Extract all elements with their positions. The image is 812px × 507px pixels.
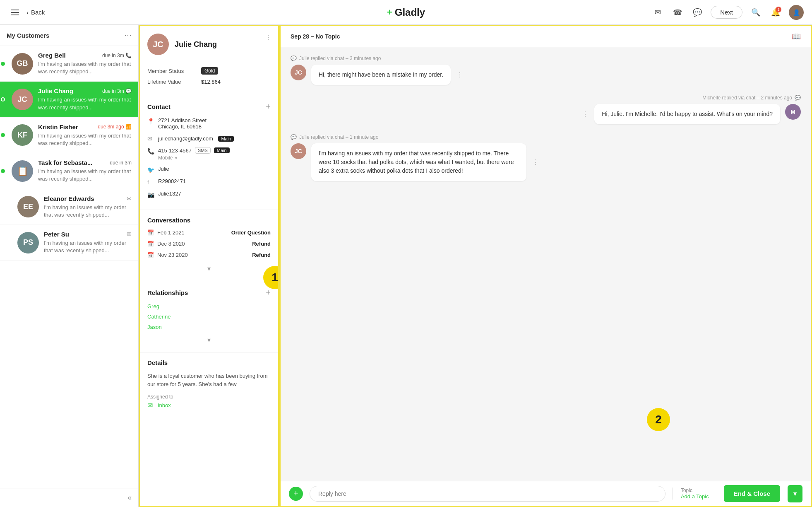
relationship-jason[interactable]: Jason (147, 324, 271, 330)
customer-item-greg-bell[interactable]: GB Greg Bell due in 3m 📞 I'm having an i… (0, 46, 138, 82)
expand-relationships-button[interactable]: ▾ (147, 334, 271, 345)
conversation-item-1[interactable]: 📅 Feb 1 2021 Order Question (147, 229, 271, 236)
relationships-add-icon[interactable]: + (266, 288, 271, 297)
customer-item-julie-chang[interactable]: JC Julie Chang due in 3m 💬 I'm having an… (0, 82, 138, 117)
assigned-label: Assigned to (147, 394, 271, 400)
phone-value[interactable]: 415-123-4567 (158, 147, 192, 154)
calendar-icon: 📅 (147, 241, 154, 247)
customer-item-task-sebasta[interactable]: 📋 Task for Sebasta... due in 3m I'm havi… (0, 153, 138, 189)
customer-item-kristin-fisher[interactable]: KF Kristin Fisher due 3m ago 📶 I'm havin… (0, 118, 138, 153)
contact-section: Contact + 📍 2721 Addison Street Chicago,… (140, 95, 278, 210)
end-close-chevron-button[interactable]: ▾ (788, 485, 802, 502)
message-bubble-2: ⋮ Hi, Julie. I'm Michelle. I'd be happy … (594, 104, 780, 124)
sidebar-title: My Customers (7, 32, 49, 39)
reply-bar: + Topic Add a Topic End & Close ▾ (281, 481, 811, 506)
mail-icon[interactable]: ✉ (651, 6, 664, 19)
header-left: ‹ Back (8, 7, 45, 18)
relationship-catherine[interactable]: Catherine (147, 314, 271, 320)
conversation-item-3[interactable]: 📅 Nov 23 2020 Refund (147, 252, 271, 258)
add-topic-button[interactable]: Add a Topic (681, 493, 709, 500)
contact-phone: 📞 415-123-4567 SMS Main Mobile ▾ (147, 147, 271, 161)
expand-conversations-button[interactable]: ▾ (147, 263, 271, 274)
contact-add-icon[interactable]: + (266, 102, 271, 111)
chevron-left-icon: ‹ (26, 9, 29, 16)
message-avatar-julie-2: JC (291, 143, 306, 159)
bubble-menu-2[interactable]: ⋮ (582, 109, 589, 119)
details-section-title: Details (147, 359, 168, 366)
end-close-button[interactable]: End & Close (724, 485, 780, 502)
address-line2: Chicago, IL 60618 (158, 123, 207, 130)
customer-name-row: Julie Chang due in 3m 💬 (38, 87, 132, 94)
bubble-menu-3[interactable]: ⋮ (532, 157, 539, 167)
conversation-panel: Sep 28 – No Topic 📖 💬 Julie replied via … (279, 25, 812, 507)
back-button[interactable]: ‹ Back (26, 9, 45, 16)
message-text-3: I'm having an issues with my order that … (319, 150, 514, 174)
online-dot (1, 97, 5, 101)
customer-name: Eleanor Edwards (44, 195, 94, 202)
message-meta-text-1: Julie replied via chat – 3 minutes ago (299, 56, 381, 61)
chat-meta-icon-3: 💬 (291, 134, 297, 140)
customer-item-peter-su[interactable]: PS Peter Su ✉ I'm having an issues with … (0, 225, 138, 261)
message-text-1: Hi, there might have been a mistake in m… (319, 71, 443, 78)
header-right: ✉ ☎ 💬 Next 🔍 🔔 1 👤 (651, 5, 804, 20)
customer-preview: I'm having an issues with my order that … (38, 132, 132, 147)
chat-meta-icon: 💬 (291, 56, 297, 61)
chevron-down-icon: ▾ (175, 156, 177, 160)
conversations-section: Conversations 📅 Feb 1 2021 Order Questio… (140, 210, 278, 281)
phone-icon-small: 📞 (125, 53, 132, 58)
contact-address: 📍 2721 Addison Street Chicago, IL 60618 (147, 117, 271, 130)
notifications-icon[interactable]: 🔔 1 (769, 6, 782, 19)
customer-name: Greg Bell (38, 52, 66, 59)
instagram-value[interactable]: Julie1327 (158, 191, 181, 197)
customer-preview: I'm having an issues with my order that … (44, 204, 132, 219)
mobile-row: Mobile ▾ (158, 155, 230, 161)
contact-twitter: 🐦 Julie (147, 166, 271, 173)
customer-avatar: 📋 (12, 160, 33, 182)
collapse-sidebar-button[interactable]: « (127, 493, 132, 502)
sidebar-menu-icon[interactable]: ⋯ (124, 31, 132, 40)
topic-label: Topic (681, 488, 709, 493)
reply-input[interactable] (310, 486, 665, 502)
customer-list: GB Greg Bell due in 3m 📞 I'm having an i… (0, 46, 138, 488)
add-attachment-button[interactable]: + (289, 487, 303, 501)
customer-avatar: JC (12, 89, 33, 110)
customer-info: Peter Su ✉ I'm having an issues with my … (44, 231, 132, 254)
mobile-label: Mobile (158, 155, 173, 161)
bubble-menu-1[interactable]: ⋮ (456, 70, 463, 80)
conversation-item-2[interactable]: 📅 Dec 8 2020 Refund (147, 241, 271, 247)
message-bubble-row-2: M ⋮ Hi, Julie. I'm Michelle. I'd be happ… (291, 104, 801, 124)
customer-item-eleanor-edwards[interactable]: EE Eleanor Edwards ✉ I'm having an issue… (0, 189, 138, 225)
phone-icon[interactable]: ☎ (671, 6, 684, 19)
book-icon[interactable]: 📖 (792, 32, 801, 41)
chat-icon-small: 💬 (125, 88, 132, 94)
address-line1: 2721 Addison Street (158, 117, 207, 123)
message-meta-2: Michelle replied via chat – 2 minutes ag… (291, 95, 801, 101)
message-group-2: Michelle replied via chat – 2 minutes ag… (291, 95, 801, 124)
lifetime-value-row: Lifetime Value $12,864 (147, 79, 271, 85)
profile-menu-icon[interactable]: ⋮ (265, 34, 271, 41)
customer-name: Julie Chang (38, 87, 73, 94)
inbox-icon: ✉ (147, 401, 153, 409)
instagram-icon: 📷 (147, 191, 154, 198)
email-value[interactable]: juliechang@gladly.com (158, 135, 213, 142)
inbox-link[interactable]: Inbox (158, 402, 171, 408)
contact-instagram: 📷 Julie1327 (147, 191, 271, 198)
main-layout: My Customers ⋯ GB Greg Bell due in 3m 📞 … (0, 25, 812, 507)
email-icon-small: ✉ (127, 231, 132, 237)
message-bubble-1: Hi, there might have been a mistake in m… (311, 65, 451, 85)
profile-panel: JC Julie Chang ⋮ Member Status Gold Life… (139, 25, 279, 507)
customer-name-row: Peter Su ✉ (44, 231, 132, 238)
online-dot (1, 169, 5, 173)
relationship-greg[interactable]: Greg (147, 303, 271, 309)
search-icon[interactable]: 🔍 (749, 6, 762, 19)
chat-icon[interactable]: 💬 (691, 6, 704, 19)
sidebar-footer: « (0, 488, 138, 507)
message-bubble-row-3: JC I'm having an issues with my order th… (291, 143, 801, 181)
hamburger-menu[interactable] (8, 7, 22, 18)
gladly-text: Gladly (395, 7, 425, 18)
twitter-value[interactable]: Julie (158, 166, 169, 172)
next-button[interactable]: Next (711, 6, 742, 19)
customer-name-row: Task for Sebasta... due in 3m (38, 159, 132, 166)
user-avatar[interactable]: 👤 (789, 5, 804, 20)
facebook-value[interactable]: R29002471 (158, 178, 186, 184)
